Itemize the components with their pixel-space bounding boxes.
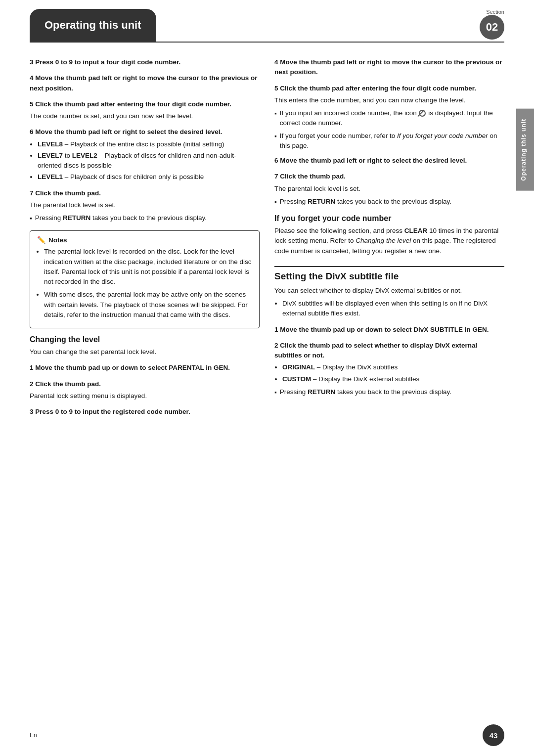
cl-step2-text: Parental lock setting menu is displayed. xyxy=(30,391,260,401)
footer-page-number: 43 xyxy=(483,724,504,746)
page-title: Operating this unit xyxy=(44,19,141,32)
step4-left-bold: 4 Move the thumb pad left or right to mo… xyxy=(30,73,260,93)
changing-level-heading: Changing the level xyxy=(30,335,260,344)
divx-return: Pressing RETURN takes you back to the pr… xyxy=(274,387,504,398)
page-wrapper: Operating this unit Section 02 Operating… xyxy=(0,0,534,756)
main-content: 3 Press 0 to 9 to input a four digit cod… xyxy=(0,43,534,434)
return-bold: RETURN xyxy=(63,214,90,222)
list-item: The parental lock level is recorded on t… xyxy=(44,247,252,287)
no-entry-icon xyxy=(419,110,426,117)
notes-label: Notes xyxy=(48,236,67,244)
step5-left-bold: 5 Click the thumb pad after entering the… xyxy=(30,99,260,109)
header-right: Section 02 xyxy=(156,9,504,42)
list-item: LEVEL1 – Playback of discs for children … xyxy=(38,172,260,182)
step5-left-text: The code number is set, and you can now … xyxy=(30,111,260,121)
list-item: LEVEL7 to LEVEL2 – Playback of discs for… xyxy=(38,151,260,171)
cl-step1-bold: 1 Move the thumb pad up or down to selec… xyxy=(30,363,260,373)
cl-step2-bold: 2 Click the thumb pad. xyxy=(30,379,260,389)
list-item: CUSTOM – Display the DivX external subti… xyxy=(282,374,504,384)
notes-box: ✏️ Notes The parental lock level is reco… xyxy=(30,230,260,328)
step6-left-bold: 6 Move the thumb pad left or right to se… xyxy=(30,127,260,137)
notes-icon: ✏️ xyxy=(37,236,45,244)
list-item: ORIGINAL – Display the DivX subtitles xyxy=(282,362,504,372)
step4-right-bold: 4 Move the thumb pad left or right to mo… xyxy=(274,57,504,78)
side-tab: Operating this unit xyxy=(516,109,534,191)
header-title-box: Operating this unit xyxy=(30,9,156,42)
list-item: DivX subtitles will be displayed even wh… xyxy=(282,299,504,319)
level8-label: LEVEL8 xyxy=(38,140,63,148)
return-bold-divx: RETURN xyxy=(308,388,335,396)
right-column: 4 Move the thumb pad left or right to mo… xyxy=(274,57,504,419)
original-label: ORIGINAL xyxy=(282,363,315,371)
page-header: Operating this unit Section 02 xyxy=(30,0,504,43)
step7-right-return: Pressing RETURN takes you back to the pr… xyxy=(274,197,504,207)
step3-left-bold: 3 Press 0 to 9 to input a four digit cod… xyxy=(30,57,260,67)
list-item: With some discs, the parental lock may b… xyxy=(44,290,252,320)
step7-left-return: Pressing RETURN takes you back to the pr… xyxy=(30,213,260,223)
step7-left-bold: 7 Click the thumb pad. xyxy=(30,188,260,198)
forget-code-text: Please see the following section, and pr… xyxy=(274,226,504,256)
level7-label: LEVEL7 xyxy=(38,152,63,159)
step6-right-bold: 6 Move the thumb pad left or right to se… xyxy=(274,156,504,166)
divx-options: ORIGINAL – Display the DivX subtitles CU… xyxy=(282,362,504,384)
divx-step2-bold: 2 Click the thumb pad to select whether … xyxy=(274,341,504,361)
step5-right-text: This enters the code number, and you can… xyxy=(274,95,504,105)
italic-ref: If you forget your code number xyxy=(397,132,488,139)
step7-right-text: The parental lock level is set. xyxy=(274,184,504,194)
footer-lang: En xyxy=(30,732,37,739)
section-label: Section xyxy=(486,9,504,15)
return-bold-r: RETURN xyxy=(308,198,335,205)
step7-right-bold: 7 Click the thumb pad. xyxy=(274,172,504,181)
divx-step1-bold: 1 Move the thumb pad up or down to selec… xyxy=(274,325,504,335)
list-item: LEVEL8 – Playback of the entire disc is … xyxy=(38,139,260,149)
changing-level-intro: You can change the set parental lock lev… xyxy=(30,347,260,357)
clear-bold: CLEAR xyxy=(404,227,428,234)
notes-header: ✏️ Notes xyxy=(37,236,252,244)
left-column: 3 Press 0 to 9 to input a four digit cod… xyxy=(30,57,260,419)
level1-label: LEVEL1 xyxy=(38,173,63,180)
right-note2: If you forget your code number, refer to… xyxy=(274,131,504,151)
custom-label: CUSTOM xyxy=(282,375,311,383)
divx-bullets: DivX subtitles will be displayed even wh… xyxy=(282,299,504,319)
level-bullets: LEVEL8 – Playback of the entire disc is … xyxy=(38,139,260,182)
forget-code-heading: If you forget your code number xyxy=(274,214,504,223)
divx-intro: You can select whether to display DivX e… xyxy=(274,286,504,296)
divx-section-heading: Setting the DivX subtitle file xyxy=(274,266,504,282)
notes-list: The parental lock level is recorded on t… xyxy=(44,247,252,320)
step7-left-text: The parental lock level is set. xyxy=(30,200,260,210)
page-footer: En 43 xyxy=(0,724,534,746)
section-number: 02 xyxy=(480,15,504,40)
right-note1: If you input an incorrect code number, t… xyxy=(274,108,504,129)
cl-step3-bold: 3 Press 0 to 9 to input the registered c… xyxy=(30,407,260,417)
step5-right-bold: 5 Click the thumb pad after entering the… xyxy=(274,84,504,93)
italic-changing: Changing the level xyxy=(356,237,411,244)
